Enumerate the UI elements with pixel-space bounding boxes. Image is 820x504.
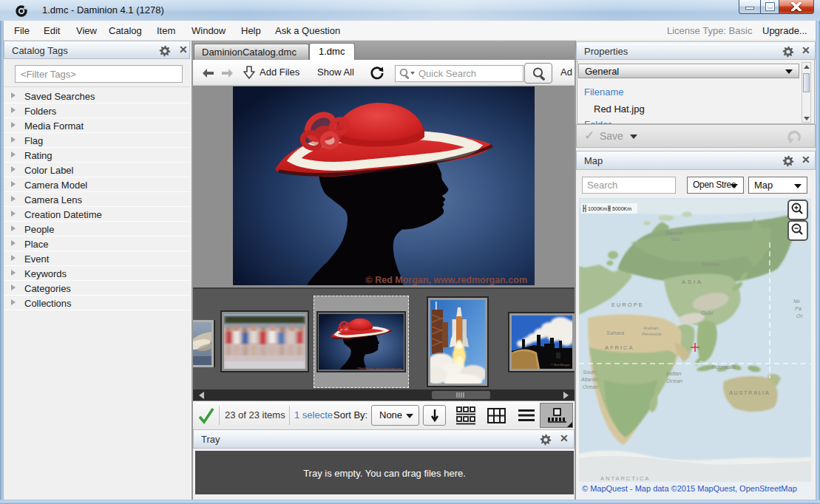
svg-text:AUSTRALIA: AUSTRALIA — [729, 389, 770, 396]
svg-text:© MapQuest - Map data ©2015 Ma: © MapQuest - Map data ©2015 MapQuest, Op… — [582, 484, 797, 493]
svg-text:EUROPE: EUROPE — [611, 302, 644, 308]
svg-text:Barents: Barents — [666, 231, 683, 236]
svg-text:Atlantic: Atlantic — [580, 377, 598, 382]
svg-text:South: South — [583, 370, 596, 375]
svg-text:Arabian: Arabian — [643, 326, 659, 330]
svg-text:ASIA: ASIA — [682, 279, 703, 285]
svg-text:Sahara: Sahara — [606, 330, 624, 336]
svg-text:Ocean: Ocean — [583, 384, 598, 389]
svg-text:Sea: Sea — [671, 236, 680, 242]
svg-text:Pa: Pa — [795, 306, 802, 311]
svg-text:© Red Morgan: © Red Morgan — [551, 363, 570, 367]
svg-text:Indian: Indian — [666, 370, 681, 377]
svg-text:1000Km: 1000Km — [588, 206, 607, 211]
svg-text:Ocean: Ocean — [666, 378, 682, 384]
svg-text:No: No — [793, 299, 800, 304]
svg-text:Indonesia: Indonesia — [711, 364, 736, 370]
svg-text:Gobi: Gobi — [701, 310, 713, 316]
svg-text:Siberia: Siberia — [702, 261, 719, 268]
svg-text:ANTARCTICA: ANTARCTICA — [600, 475, 650, 482]
svg-text:Peninsula: Peninsula — [642, 332, 662, 336]
svg-text:AFRICA: AFRICA — [605, 344, 634, 351]
svg-text:5000Km: 5000Km — [612, 206, 631, 211]
svg-text:Oc: Oc — [796, 313, 803, 319]
